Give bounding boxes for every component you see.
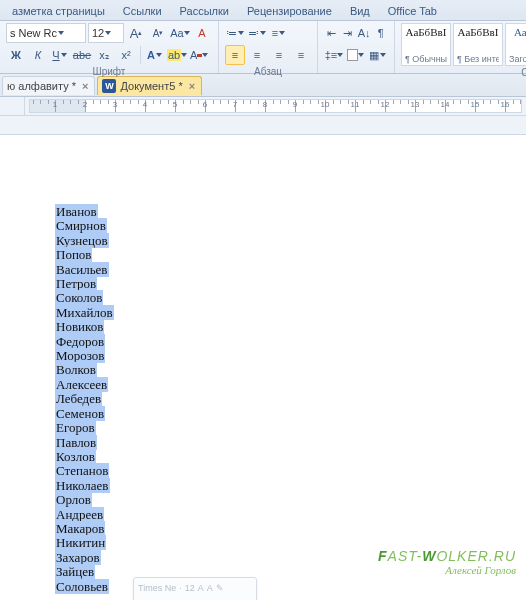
list-item[interactable]: Егоров <box>55 421 114 435</box>
font-group: s New Rc 12 A▴ A▾ Aa A Ж К Ч abe x₂ x² A… <box>0 21 219 73</box>
workspace: ИвановСмирновКузнецовПоповВасильевПетров… <box>0 116 526 600</box>
ribbon-tab[interactable]: азметка страницы <box>4 3 113 20</box>
borders-button[interactable]: ▦ <box>368 45 388 65</box>
justify-button[interactable]: ≡ <box>291 45 311 65</box>
mini-toolbar[interactable]: Times Ne · 12 A A ✎ Ж К Ч ≡ ab A <box>133 577 257 600</box>
highlight-button[interactable]: ab <box>167 45 187 65</box>
styles-gallery[interactable]: АаБбВвІ¶ ОбычныйАаБбВвІ¶ Без инте...АаБб… <box>401 23 526 66</box>
grow-font-button[interactable]: A▴ <box>126 23 146 43</box>
list-item[interactable]: Иванов <box>55 205 114 219</box>
list-item[interactable]: Степанов <box>55 464 114 478</box>
close-icon[interactable]: × <box>82 80 88 92</box>
align-left-button[interactable]: ≡ <box>225 45 245 65</box>
strike-button[interactable]: abe <box>72 45 92 65</box>
list-item[interactable]: Макаров <box>55 522 114 536</box>
styles-group-label: Стили <box>401 66 526 80</box>
ruler-corner <box>0 97 25 115</box>
mini-font-name[interactable]: Times Ne <box>138 583 176 593</box>
document-page[interactable]: ИвановСмирновКузнецовПоповВасильевПетров… <box>0 134 526 600</box>
list-item[interactable]: Соловьев <box>55 580 114 594</box>
ribbon-tab[interactable]: Office Tab <box>380 3 445 20</box>
ruler-area: 12345678910111213141516 <box>0 97 526 116</box>
mini-format-painter-icon[interactable]: ✎ <box>216 583 224 593</box>
ribbon: s New Rc 12 A▴ A▾ Aa A Ж К Ч abe x₂ x² A… <box>0 21 526 74</box>
paragraph-group: ≔ ≕ ≡ ≡ ≡ ≡ ≡ Абзац <box>219 21 318 73</box>
inc-indent-button[interactable]: ⇥ <box>340 23 354 43</box>
list-item[interactable]: Попов <box>55 248 114 262</box>
list-item[interactable]: Новиков <box>55 320 114 334</box>
list-item[interactable]: Никитин <box>55 536 114 550</box>
ribbon-tab[interactable]: Вид <box>342 3 378 20</box>
ribbon-tab[interactable]: Рецензирование <box>239 3 340 20</box>
text-effects-button[interactable]: A <box>145 45 165 65</box>
list-item[interactable]: Семенов <box>55 407 114 421</box>
close-icon[interactable]: × <box>189 80 195 92</box>
ribbon-tabs: азметка страницыСсылкиРассылкиРецензиров… <box>0 0 526 21</box>
list-item[interactable]: Кузнецов <box>55 234 114 248</box>
styles-group: АаБбВвІ¶ ОбычныйАаБбВвІ¶ Без инте...АаБб… <box>395 21 526 73</box>
style-item[interactable]: АаБбВвІ¶ Без инте... <box>453 23 503 66</box>
mini-shrink-icon[interactable]: A <box>207 583 213 593</box>
list-item[interactable]: Алексеев <box>55 378 114 392</box>
list-item[interactable]: Морозов <box>55 349 114 363</box>
list-item[interactable]: Павлов <box>55 436 114 450</box>
list-item[interactable]: Васильев <box>55 263 114 277</box>
font-name-combo[interactable]: s New Rc <box>6 23 86 43</box>
style-item[interactable]: АаБбВвІ¶ Обычный <box>401 23 451 66</box>
multilevel-button[interactable]: ≡ <box>269 23 289 43</box>
shading-button[interactable] <box>346 45 366 65</box>
separator <box>140 46 141 64</box>
mini-font-size[interactable]: 12 <box>185 583 195 593</box>
superscript-button[interactable]: x² <box>116 45 136 65</box>
underline-button[interactable]: Ч <box>50 45 70 65</box>
list-item[interactable]: Зайцев <box>55 565 114 579</box>
font-group-label: Шрифт <box>6 65 212 79</box>
selected-text-block[interactable]: ИвановСмирновКузнецовПоповВасильевПетров… <box>55 205 114 594</box>
subscript-button[interactable]: x₂ <box>94 45 114 65</box>
paragraph-group-2: ⇤ ⇥ A↓ ¶ ‡≡ ▦ <box>318 21 395 73</box>
list-item[interactable]: Соколов <box>55 291 114 305</box>
list-item[interactable]: Захаров <box>55 551 114 565</box>
font-size-combo[interactable]: 12 <box>88 23 124 43</box>
shrink-font-button[interactable]: A▾ <box>148 23 168 43</box>
change-case-button[interactable]: Aa <box>170 23 190 43</box>
paragraph-group-label: Абзац <box>225 65 311 79</box>
style-item[interactable]: АаБбВЗаголово... <box>505 23 526 66</box>
document-tab-label: ю алфавиту * <box>7 80 76 92</box>
document-tab-label: Документ5 * <box>120 80 182 92</box>
list-item[interactable]: Николаев <box>55 479 114 493</box>
dec-indent-button[interactable]: ⇤ <box>324 23 338 43</box>
line-spacing-button[interactable]: ‡≡ <box>324 45 344 65</box>
font-color-button[interactable]: A <box>189 45 209 65</box>
sort-button[interactable]: A↓ <box>357 23 372 43</box>
align-right-button[interactable]: ≡ <box>269 45 289 65</box>
mini-grow-icon[interactable]: A <box>198 583 204 593</box>
list-item[interactable]: Орлов <box>55 493 114 507</box>
align-center-button[interactable]: ≡ <box>247 45 267 65</box>
bold-button[interactable]: Ж <box>6 45 26 65</box>
paragraph-group-label-2 <box>324 65 388 79</box>
horizontal-ruler[interactable]: 12345678910111213141516 <box>29 99 522 113</box>
list-item[interactable]: Смирнов <box>55 219 114 233</box>
list-item[interactable]: Михайлов <box>55 306 114 320</box>
word-icon: W <box>102 79 116 93</box>
list-item[interactable]: Волков <box>55 363 114 377</box>
numbering-button[interactable]: ≕ <box>247 23 267 43</box>
ribbon-tab[interactable]: Ссылки <box>115 3 170 20</box>
list-item[interactable]: Козлов <box>55 450 114 464</box>
list-item[interactable]: Лебедев <box>55 392 114 406</box>
list-item[interactable]: Федоров <box>55 335 114 349</box>
show-marks-button[interactable]: ¶ <box>374 23 388 43</box>
clear-format-button[interactable]: A <box>192 23 212 43</box>
list-item[interactable]: Петров <box>55 277 114 291</box>
list-item[interactable]: Андреев <box>55 508 114 522</box>
watermark: FAST-WOLKER.RU Алексей Горлов <box>378 548 516 576</box>
ribbon-tab[interactable]: Рассылки <box>172 3 237 20</box>
italic-button[interactable]: К <box>28 45 48 65</box>
bullets-button[interactable]: ≔ <box>225 23 245 43</box>
